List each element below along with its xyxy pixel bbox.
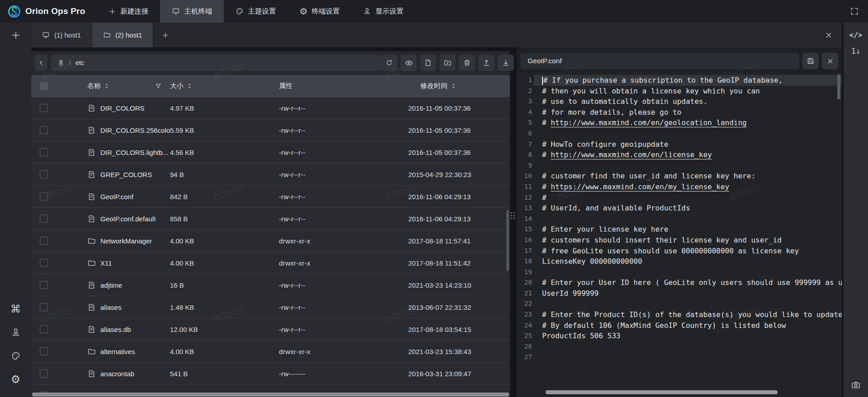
plus-icon (108, 8, 116, 15)
line-number: 16 (517, 235, 534, 246)
code-link[interactable]: http://www.maxmind.com/en/license_key (551, 150, 712, 159)
file-name: adjtime (100, 281, 122, 289)
table-row[interactable]: aliases.db12.00 KB-rw-r--r--2017-08-18 0… (31, 318, 510, 341)
code-link[interactable]: https://www.maxmind.com/en/my_license_ke… (551, 182, 729, 191)
code-line (534, 128, 842, 139)
stamp-icon[interactable] (10, 327, 22, 338)
column-header-name[interactable]: 名称 (87, 82, 101, 90)
fullscreen-icon[interactable] (850, 7, 859, 16)
nav-item-display-settings[interactable]: 显示设置 (351, 0, 415, 23)
line-number: 4 (517, 107, 534, 118)
breadcrumb-path[interactable]: etc (75, 59, 84, 66)
table-row[interactable] (31, 385, 510, 392)
file-name: DIR_COLORS.lightb... (100, 149, 168, 156)
new-tab-button[interactable] (153, 23, 178, 47)
table-row[interactable]: adjtime16 B-rw-r--r--2021-03-23 14:23:10 (31, 274, 510, 296)
new-tab-sidebar-button[interactable] (0, 23, 31, 47)
column-header-mtime[interactable]: 修改时间 (420, 82, 448, 90)
palette-icon[interactable] (10, 350, 22, 362)
new-file-button[interactable] (420, 55, 436, 71)
sort-carets-icon[interactable] (187, 83, 192, 89)
filter-funnel-icon[interactable] (155, 83, 162, 90)
table-row[interactable]: DIR_COLORS.lightb...4.56 KB-rw-r--r--201… (31, 141, 510, 163)
new-folder-button[interactable] (439, 55, 456, 71)
file-size: 4.00 KB (170, 259, 276, 267)
row-checkbox[interactable] (40, 237, 48, 245)
row-checkbox[interactable] (40, 170, 48, 178)
nav-item-terminal-settings[interactable]: ⚙ 终端设置 (288, 0, 351, 23)
delete-icon (463, 59, 471, 67)
editor-vertical-scrollbar[interactable] (837, 75, 840, 99)
editor-code[interactable]: 1# If you purchase a subscription to the… (517, 72, 842, 397)
line-number: 5 (517, 117, 534, 128)
file-icon (87, 369, 96, 378)
table-row[interactable]: X114.00 KBdrwxr-xr-x2017-08-18 11:51:42 (31, 252, 510, 274)
close-tab-icon[interactable] (822, 28, 835, 42)
column-header-size[interactable]: 大小 (170, 82, 184, 90)
code-link[interactable]: http://www.maxmind.com/en/geolocation_la… (551, 118, 746, 127)
code-line: # Enter the Product ID(s) of the databas… (534, 309, 842, 320)
command-shortcuts-icon[interactable]: ⌘ (10, 303, 22, 315)
code-view-icon[interactable]: </> (844, 27, 868, 42)
line-number: 17 (517, 246, 534, 257)
table-row[interactable]: DIR_COLORS.256color5.59 KB-rw-r--r--2016… (31, 119, 510, 141)
table-row[interactable]: alternatives4.00 KBdrwxr-xr-x2021-03-23 … (31, 341, 510, 363)
nav-item-label: 主机终端 (184, 7, 212, 16)
back-button[interactable] (35, 55, 47, 71)
nav-item-new-connection[interactable]: 新建连接 (97, 0, 160, 23)
row-checkbox[interactable] (40, 192, 48, 201)
select-all-checkbox[interactable] (40, 82, 48, 90)
nav-item-host-terminal[interactable]: 主机终端 (160, 0, 224, 23)
file-table-vertical-scrollbar[interactable] (506, 210, 509, 271)
editor-line: 15# Enter your license key here (517, 224, 842, 235)
row-checkbox[interactable] (40, 259, 48, 267)
row-checkbox[interactable] (40, 126, 48, 134)
row-checkbox[interactable] (40, 281, 48, 289)
file-table-horizontal-scrollbar[interactable] (32, 392, 509, 397)
line-sort-icon[interactable]: 1↓ (844, 43, 868, 59)
close-editor-button[interactable] (822, 53, 838, 69)
editor-line: 6 (517, 128, 842, 139)
row-checkbox[interactable] (40, 347, 48, 355)
row-checkbox[interactable] (40, 303, 48, 311)
table-row[interactable]: DIR_COLORS4.97 KB-rw-r--r--2016-11-05 00… (31, 97, 510, 119)
table-row[interactable]: GREP_COLORS94 B-rw-r--r--2015-04-29 22:3… (31, 163, 510, 186)
row-checkbox[interactable] (40, 369, 48, 378)
editor-horizontal-scrollbar[interactable] (546, 390, 778, 394)
file-mtime: 2016-11-06 04:29:13 (407, 215, 510, 223)
line-number: 9 (517, 160, 534, 171)
download-button[interactable] (498, 55, 514, 71)
table-row[interactable]: anacrontab541 B-rw-------2016-03-31 23:0… (31, 363, 510, 385)
screenshot-camera-icon[interactable] (844, 377, 868, 392)
panel-resize-handle[interactable] (511, 212, 516, 224)
file-icon (87, 170, 96, 179)
row-checkbox[interactable] (40, 148, 48, 156)
table-row[interactable]: GeoIP.conf.default858 B-rw-r--r--2016-11… (31, 208, 510, 230)
row-checkbox[interactable] (40, 325, 48, 333)
nav-item-theme-settings[interactable]: 主题设置 (224, 0, 288, 23)
server-root-icon[interactable] (57, 59, 65, 66)
file-size: 4.56 KB (170, 149, 276, 156)
tab-host1-terminal[interactable]: (1) host1 (31, 23, 92, 47)
table-row[interactable]: aliases1.48 KB-rw-r--r--2013-06-07 22:31… (31, 296, 510, 318)
preview-eye-button[interactable] (401, 55, 417, 71)
row-checkbox[interactable] (40, 215, 48, 223)
tab-host1-files[interactable]: (2) host1 (92, 23, 153, 47)
gear-icon[interactable]: ⚙ (10, 374, 22, 385)
sort-carets-icon[interactable] (104, 83, 109, 89)
table-row[interactable]: GeoIP.conf842 B-rw-r--r--2016-11-06 04:2… (31, 186, 510, 208)
table-row[interactable]: NetworkManager4.00 KBdrwxr-xr-x2017-08-1… (31, 230, 510, 252)
path-breadcrumb[interactable]: / etc (51, 55, 381, 71)
upload-button[interactable] (478, 55, 495, 71)
sort-carets-icon[interactable] (451, 83, 456, 89)
file-size: 5.59 KB (170, 126, 276, 134)
refresh-button[interactable] (381, 55, 397, 71)
file-attr: -rw-r--r-- (276, 326, 407, 333)
row-checkbox[interactable] (40, 104, 48, 112)
filename-input[interactable] (520, 53, 799, 69)
row-checkbox[interactable] (40, 392, 48, 392)
save-button[interactable] (802, 53, 819, 69)
file-name: aliases.db (100, 326, 131, 333)
text-cursor (542, 77, 543, 85)
delete-button[interactable] (459, 55, 475, 71)
